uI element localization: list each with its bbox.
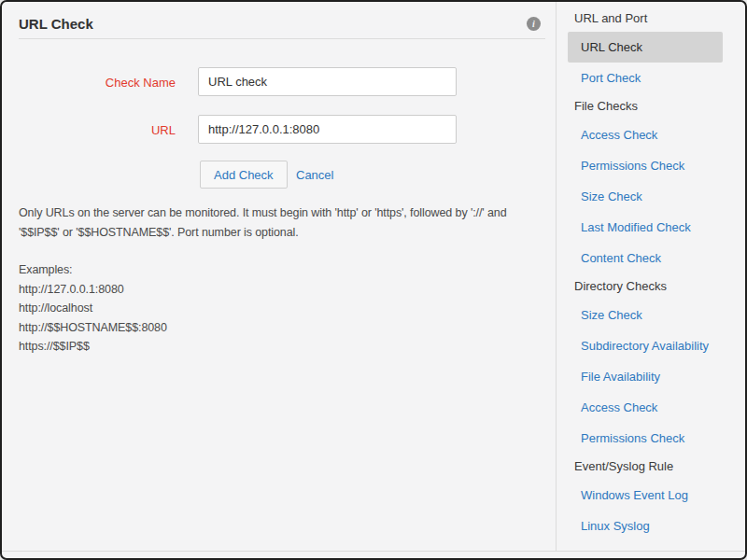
sidebar-item-last-modified-check[interactable]: Last Modified Check	[568, 212, 723, 243]
page-title: URL Check	[19, 16, 93, 32]
examples-block: Examples: http://127.0.0.1:8080 http://l…	[19, 260, 167, 357]
example-line: http://127.0.0.1:8080	[19, 280, 167, 300]
add-check-button[interactable]: Add Check	[200, 161, 288, 189]
sidebar-item-size-check[interactable]: Size Check	[568, 181, 723, 212]
sidebar-item-linux-syslog[interactable]: Linux Syslog	[568, 511, 723, 541]
sidebar-item-windows-event-log[interactable]: Windows Event Log	[568, 480, 723, 511]
help-text: Only URLs on the server can be monitored…	[19, 203, 549, 243]
example-line: http://localhost	[19, 299, 167, 318]
sidebar-section-url-and-port: URL and Port	[557, 6, 747, 32]
cancel-link[interactable]: Cancel	[296, 168, 333, 182]
sidebar-item-url-check[interactable]: URL Check	[568, 32, 723, 63]
main-panel: URL Check i Check Name URL Add Check Can…	[2, 2, 555, 551]
url-check-page: URL Check i Check Name URL Add Check Can…	[0, 0, 747, 560]
sidebar-item-permissions-check[interactable]: Permissions Check	[568, 423, 723, 454]
sidebar-item-content-check[interactable]: Content Check	[568, 243, 723, 273]
title-divider	[19, 38, 545, 39]
sidebar-section-file-checks: File Checks	[557, 93, 747, 119]
bottom-divider	[2, 551, 745, 552]
sidebar-section-event-syslog-rule: Event/Syslog Rule	[557, 454, 747, 480]
sidebar-item-access-check[interactable]: Access Check	[568, 119, 723, 150]
sidebar-section-directory-checks: Directory Checks	[557, 273, 747, 300]
sidebar-item-subdirectory-availability[interactable]: Subdirectory Availability	[568, 330, 723, 361]
url-label: URL	[2, 123, 176, 137]
sidebar-item-port-check[interactable]: Port Check	[568, 63, 723, 93]
check-name-input[interactable]	[198, 67, 457, 96]
info-icon[interactable]: i	[527, 17, 541, 31]
sidebar-item-permissions-check[interactable]: Permissions Check	[568, 150, 723, 181]
sidebar-item-access-check[interactable]: Access Check	[568, 392, 723, 423]
sidebar-list: URL and PortURL CheckPort CheckFile Chec…	[556, 2, 747, 551]
check-name-label: Check Name	[2, 76, 176, 90]
sidebar-item-file-availability[interactable]: File Availability	[568, 361, 723, 392]
example-line: https://$$IP$$	[19, 337, 167, 357]
example-line: http://$$HOSTNAME$$:8080	[19, 318, 167, 338]
examples-title: Examples:	[19, 260, 167, 280]
sidebar-item-size-check[interactable]: Size Check	[568, 300, 723, 330]
url-input[interactable]	[198, 115, 457, 144]
